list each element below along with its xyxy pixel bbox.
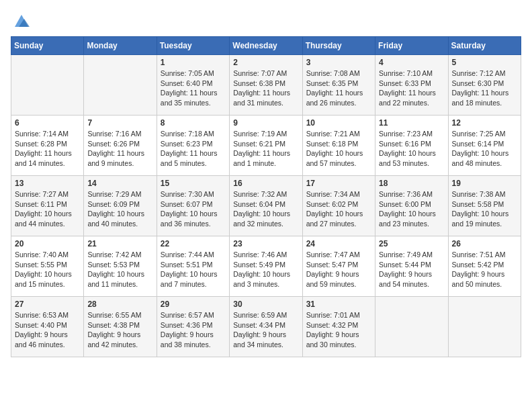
day-info: Sunrise: 7:25 AMSunset: 6:14 PMDaylight:… [452,129,517,169]
calendar-cell [375,297,448,357]
logo-icon [12,11,31,30]
weekday-header: Friday [375,37,448,55]
weekday-header: Wednesday [230,37,302,55]
day-info: Sunrise: 7:49 AMSunset: 5:44 PMDaylight:… [379,250,444,289]
day-number: 8 [161,118,226,128]
day-number: 3 [306,58,371,67]
calendar-cell: 19Sunrise: 7:38 AMSunset: 5:58 PMDayligh… [448,176,521,236]
day-number: 18 [379,179,444,188]
day-info: Sunrise: 6:59 AMSunset: 4:34 PMDaylight:… [233,310,298,350]
day-info: Sunrise: 7:29 AMSunset: 6:09 PMDaylight:… [87,189,152,229]
day-info: Sunrise: 7:36 AMSunset: 6:00 PMDaylight:… [379,189,444,229]
calendar-cell: 3Sunrise: 7:08 AMSunset: 6:35 PMDaylight… [302,55,375,116]
calendar-cell: 2Sunrise: 7:07 AMSunset: 6:38 PMDaylight… [230,55,302,116]
calendar-cell: 29Sunrise: 6:57 AMSunset: 4:36 PMDayligh… [157,297,229,357]
logo [11,11,31,30]
weekday-header: Sunday [11,37,84,55]
day-info: Sunrise: 7:44 AMSunset: 5:51 PMDaylight:… [161,250,226,289]
day-number: 16 [233,179,298,188]
day-number: 12 [452,118,517,128]
calendar-cell: 5Sunrise: 7:12 AMSunset: 6:30 PMDaylight… [448,55,521,116]
day-number: 29 [161,300,226,309]
calendar-cell: 17Sunrise: 7:34 AMSunset: 6:02 PMDayligh… [302,176,375,236]
calendar-cell: 21Sunrise: 7:42 AMSunset: 5:53 PMDayligh… [84,236,157,297]
day-number: 10 [306,118,371,128]
day-info: Sunrise: 6:53 AMSunset: 4:40 PMDaylight:… [15,310,80,350]
calendar-cell: 26Sunrise: 7:51 AMSunset: 5:42 PMDayligh… [448,236,521,297]
calendar-cell: 11Sunrise: 7:23 AMSunset: 6:16 PMDayligh… [375,116,448,176]
calendar-cell: 6Sunrise: 7:14 AMSunset: 6:28 PMDaylight… [11,116,84,176]
day-number: 6 [15,118,80,128]
day-number: 23 [233,239,298,248]
day-info: Sunrise: 7:46 AMSunset: 5:49 PMDaylight:… [233,250,298,289]
day-info: Sunrise: 7:32 AMSunset: 6:04 PMDaylight:… [233,189,298,229]
calendar-cell: 22Sunrise: 7:44 AMSunset: 5:51 PMDayligh… [157,236,229,297]
day-number: 9 [233,118,298,128]
calendar-cell: 23Sunrise: 7:46 AMSunset: 5:49 PMDayligh… [230,236,302,297]
day-info: Sunrise: 7:42 AMSunset: 5:53 PMDaylight:… [87,250,152,289]
day-info: Sunrise: 7:40 AMSunset: 5:55 PMDaylight:… [15,250,80,289]
day-info: Sunrise: 7:38 AMSunset: 5:58 PMDaylight:… [452,189,517,229]
calendar-week-row: 13Sunrise: 7:27 AMSunset: 6:11 PMDayligh… [11,176,521,236]
weekday-header: Thursday [302,37,375,55]
calendar-week-row: 20Sunrise: 7:40 AMSunset: 5:55 PMDayligh… [11,236,521,297]
calendar-cell: 1Sunrise: 7:05 AMSunset: 6:40 PMDaylight… [157,55,229,116]
calendar-cell [84,55,157,116]
calendar-cell: 7Sunrise: 7:16 AMSunset: 6:26 PMDaylight… [84,116,157,176]
day-info: Sunrise: 7:18 AMSunset: 6:23 PMDaylight:… [161,129,226,169]
day-number: 2 [233,58,298,67]
calendar-cell: 25Sunrise: 7:49 AMSunset: 5:44 PMDayligh… [375,236,448,297]
calendar-cell: 18Sunrise: 7:36 AMSunset: 6:00 PMDayligh… [375,176,448,236]
calendar-cell: 8Sunrise: 7:18 AMSunset: 6:23 PMDaylight… [157,116,229,176]
day-number: 25 [379,239,444,248]
day-number: 7 [87,118,152,128]
weekday-header: Tuesday [157,37,229,55]
day-number: 4 [379,58,444,67]
day-number: 17 [306,179,371,188]
day-info: Sunrise: 7:51 AMSunset: 5:42 PMDaylight:… [452,250,517,289]
calendar-header-row: SundayMondayTuesdayWednesdayThursdayFrid… [11,37,521,55]
calendar-cell: 27Sunrise: 6:53 AMSunset: 4:40 PMDayligh… [11,297,84,357]
weekday-header: Saturday [448,37,521,55]
day-number: 20 [15,239,80,248]
day-number: 5 [452,58,517,67]
day-info: Sunrise: 7:27 AMSunset: 6:11 PMDaylight:… [15,189,80,229]
page-header [11,11,521,30]
calendar-cell: 15Sunrise: 7:30 AMSunset: 6:07 PMDayligh… [157,176,229,236]
day-info: Sunrise: 7:30 AMSunset: 6:07 PMDaylight:… [161,189,226,229]
day-info: Sunrise: 7:07 AMSunset: 6:38 PMDaylight:… [233,68,298,108]
day-info: Sunrise: 7:08 AMSunset: 6:35 PMDaylight:… [306,68,371,108]
day-number: 22 [161,239,226,248]
day-number: 30 [233,300,298,309]
weekday-header: Monday [84,37,157,55]
calendar-week-row: 1Sunrise: 7:05 AMSunset: 6:40 PMDaylight… [11,55,521,116]
day-number: 19 [452,179,517,188]
day-info: Sunrise: 7:16 AMSunset: 6:26 PMDaylight:… [87,129,152,169]
day-info: Sunrise: 7:47 AMSunset: 5:47 PMDaylight:… [306,250,371,289]
day-number: 26 [452,239,517,248]
day-info: Sunrise: 7:14 AMSunset: 6:28 PMDaylight:… [15,129,80,169]
day-number: 11 [379,118,444,128]
calendar-cell: 9Sunrise: 7:19 AMSunset: 6:21 PMDaylight… [230,116,302,176]
day-info: Sunrise: 7:19 AMSunset: 6:21 PMDaylight:… [233,129,298,169]
day-info: Sunrise: 7:23 AMSunset: 6:16 PMDaylight:… [379,129,444,169]
day-info: Sunrise: 7:34 AMSunset: 6:02 PMDaylight:… [306,189,371,229]
calendar-week-row: 27Sunrise: 6:53 AMSunset: 4:40 PMDayligh… [11,297,521,357]
day-number: 1 [161,58,226,67]
calendar-cell: 14Sunrise: 7:29 AMSunset: 6:09 PMDayligh… [84,176,157,236]
calendar-cell: 31Sunrise: 7:01 AMSunset: 4:32 PMDayligh… [302,297,375,357]
calendar-cell: 4Sunrise: 7:10 AMSunset: 6:33 PMDaylight… [375,55,448,116]
calendar-cell: 10Sunrise: 7:21 AMSunset: 6:18 PMDayligh… [302,116,375,176]
day-info: Sunrise: 7:01 AMSunset: 4:32 PMDaylight:… [306,310,371,350]
day-number: 21 [87,239,152,248]
calendar-cell [448,297,521,357]
calendar-cell: 24Sunrise: 7:47 AMSunset: 5:47 PMDayligh… [302,236,375,297]
calendar-cell: 16Sunrise: 7:32 AMSunset: 6:04 PMDayligh… [230,176,302,236]
calendar-week-row: 6Sunrise: 7:14 AMSunset: 6:28 PMDaylight… [11,116,521,176]
calendar-table: SundayMondayTuesdayWednesdayThursdayFrid… [11,36,521,357]
calendar-cell: 20Sunrise: 7:40 AMSunset: 5:55 PMDayligh… [11,236,84,297]
day-number: 31 [306,300,371,309]
day-number: 24 [306,239,371,248]
calendar-cell: 12Sunrise: 7:25 AMSunset: 6:14 PMDayligh… [448,116,521,176]
calendar-cell [11,55,84,116]
